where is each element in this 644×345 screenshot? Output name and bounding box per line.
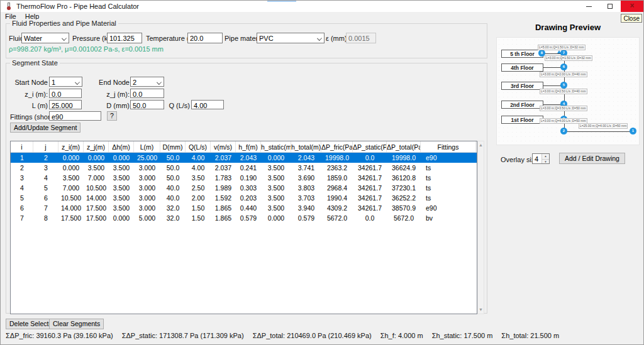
stepper-down-icon[interactable]: ▼ — [542, 159, 549, 164]
table-cell: 6 — [11, 203, 33, 213]
stepper-up-icon[interactable]: ▲ — [542, 154, 549, 159]
table-cell: ts — [421, 193, 476, 203]
column-header[interactable]: Q(L/s) — [186, 141, 211, 152]
table-row[interactable]: 343.5007.0003.5003.00050.03.501.7830.190… — [11, 173, 477, 183]
table-cell: 50.0 — [160, 163, 186, 173]
window-title: ThermoFlow Pro - Pipe Head Calculator — [16, 3, 139, 10]
table-cell: 0.000 — [58, 153, 84, 163]
table-cell: 3 — [11, 173, 33, 183]
floor-label-box: 4th Floor — [501, 63, 543, 72]
table-cell: 3.940 — [291, 203, 321, 213]
table-cell: 0.579 — [291, 213, 321, 223]
table-cell: 3.741 — [291, 163, 321, 173]
column-header[interactable]: ΔP_fric(Pa) — [321, 141, 353, 152]
length-input[interactable]: 25.000 — [49, 100, 82, 109]
table-cell: 7 — [33, 203, 58, 213]
table-row[interactable]: 7817.50017.5000.0005.00032.01.501.8650.5… — [11, 213, 477, 223]
table-row[interactable]: 6714.00017.5003.5003.00032.01.501.8650.4… — [11, 203, 477, 213]
column-header[interactable]: z_j(m) — [84, 141, 109, 152]
table-cell: 3.500 — [109, 173, 134, 183]
diameter-label: D (mm) — [93, 102, 130, 109]
table-row[interactable]: 120.0000.0000.00025.00050.04.002.0372.04… — [11, 153, 477, 163]
table-cell: 32.0 — [160, 213, 186, 223]
table-cell: 0.000 — [261, 213, 291, 223]
table-cell: 2.037 — [211, 153, 236, 163]
clear-segments-button[interactable]: Clear Segments — [49, 319, 104, 329]
flow-label: Q (L/s) — [164, 102, 190, 109]
table-cell: 25.000 — [134, 153, 160, 163]
column-header[interactable]: j — [33, 141, 58, 152]
scroll-up-icon[interactable]: ▲ — [478, 142, 484, 148]
column-header[interactable]: ΔP_total(Pa) — [387, 141, 421, 152]
add-update-segment-button[interactable]: Add/Update Segment — [10, 123, 80, 133]
table-scrollbar[interactable]: ▲ ▼ — [477, 141, 484, 314]
table-cell: ts — [421, 173, 476, 183]
column-header[interactable]: D(mm) — [160, 141, 186, 152]
pipe-node: 6 — [560, 63, 567, 70]
zi-input[interactable]: 0.0 — [49, 89, 82, 98]
column-header[interactable]: h_total(m) — [291, 141, 321, 152]
fluid-select[interactable]: Water — [21, 33, 69, 43]
status-total: Σh_static: 17.500 m — [432, 332, 493, 339]
fittings-input[interactable]: e90 — [49, 111, 101, 121]
table-cell: 10.500 — [58, 193, 84, 203]
length-label: L (m) — [13, 102, 48, 109]
minimize-button[interactable] — [578, 1, 599, 12]
flow-input[interactable]: 4.00 — [191, 100, 224, 109]
add-edit-drawing-button[interactable]: Add / Edit Drawing — [559, 153, 625, 164]
close-icon: × — [630, 1, 634, 10]
pipe-node: 1 — [630, 128, 636, 134]
table-cell: 17.500 — [58, 213, 84, 223]
column-header[interactable]: i — [11, 141, 33, 152]
column-header[interactable]: h_f(m) — [236, 141, 261, 152]
segments-table[interactable]: ijz_i(m)z_j(m)Δh(m)L(m)D(mm)Q(L/s)v(m/s)… — [10, 141, 477, 314]
table-cell: e90 — [421, 153, 476, 163]
table-cell: 1859.0 — [321, 173, 353, 183]
app-icon — [5, 3, 13, 10]
segment-overlay-label: L=3.00 m;Q=3.50 L/s ;D=50 mm — [540, 106, 587, 111]
table-cell: 1.865 — [211, 203, 236, 213]
pressure-input[interactable]: 101.325 — [107, 33, 142, 43]
column-header[interactable]: h_static(m) — [261, 141, 291, 152]
segment-overlay-label: L=3.00 m;Q=1.50 L/s ;D=32 mm — [545, 55, 592, 61]
fittings-help-button[interactable]: ? — [107, 111, 117, 121]
table-row[interactable]: 5610.50014.0003.5003.00040.02.001.5920.2… — [11, 193, 477, 203]
floor-label-box: 5 th Floor — [501, 50, 543, 58]
start-node-select[interactable]: 1 — [49, 77, 82, 87]
table-cell: 2.043 — [291, 153, 321, 163]
scroll-down-icon[interactable]: ▼ — [478, 307, 484, 313]
close-button[interactable]: × — [621, 1, 643, 12]
column-header[interactable]: v(m/s) — [211, 141, 236, 152]
column-header[interactable]: Fittings — [421, 141, 476, 152]
zi-label: z_i (m): — [13, 90, 48, 98]
table-cell: 32.0 — [160, 203, 186, 213]
table-cell: 3.000 — [134, 203, 160, 213]
table-cell: 3.000 — [134, 173, 160, 183]
status-total: ΣΔP_total: 210469.0 Pa (210.469 kPa) — [253, 332, 372, 339]
table-cell: bv — [421, 213, 476, 223]
table-header-row: ijz_i(m)z_j(m)Δh(m)L(m)D(mm)Q(L/s)v(m/s)… — [11, 141, 477, 153]
temperature-input[interactable]: 20.0 — [187, 33, 223, 43]
end-node-select[interactable]: 2 — [130, 77, 164, 87]
column-header[interactable]: Δh(m) — [109, 141, 134, 152]
table-cell: 1990.4 — [321, 193, 353, 203]
table-cell: 1.783 — [211, 173, 236, 183]
chevron-down-icon — [317, 36, 322, 41]
table-cell: 17.500 — [84, 213, 109, 223]
zj-input[interactable]: 0.0 — [130, 89, 164, 98]
overlay-size-stepper[interactable]: 4 ▲ ▼ — [532, 153, 550, 164]
maximize-button[interactable] — [599, 1, 621, 12]
table-row[interactable]: 457.00010.5003.5003.00040.02.501.9890.30… — [11, 183, 477, 193]
table-row[interactable]: 230.0003.5003.5003.00050.04.002.0370.241… — [11, 163, 477, 173]
diameter-input[interactable]: 50.0 — [130, 100, 164, 109]
column-header[interactable]: L(m) — [134, 141, 160, 152]
column-header[interactable]: ΔP_static(Pa) — [353, 141, 387, 152]
table-cell: 14.000 — [58, 203, 84, 213]
table-cell: 40.0 — [160, 193, 186, 203]
zj-label: z_j (m): — [93, 90, 130, 98]
segment-state-group: Segment State Start Node 1 End Node 2 z_… — [6, 63, 487, 314]
column-header[interactable]: z_i(m) — [58, 141, 84, 152]
table-cell: ts — [421, 163, 476, 173]
pipe-material-select[interactable]: PVC — [257, 33, 325, 43]
floor-label-box: 1st Floor — [501, 116, 543, 124]
